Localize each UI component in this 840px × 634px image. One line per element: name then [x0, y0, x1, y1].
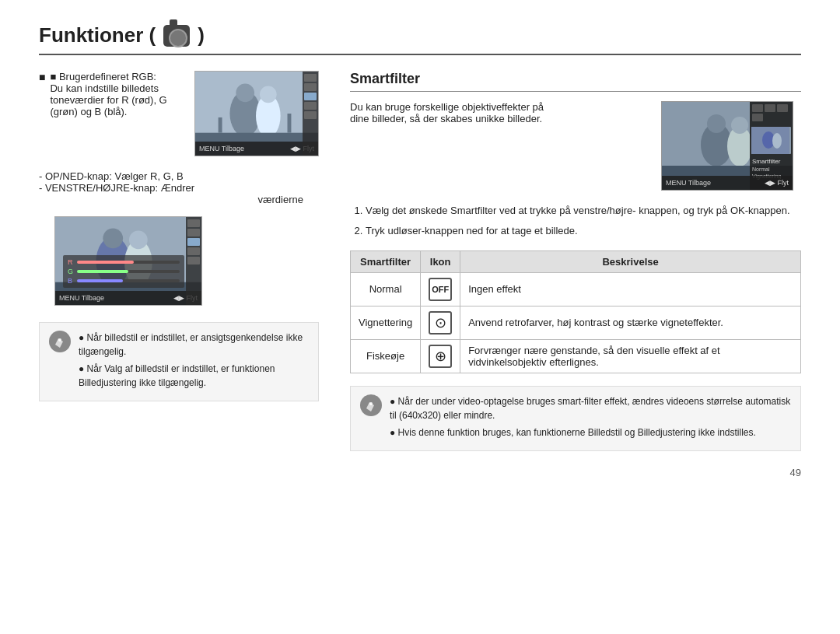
- pencil-icon2: [363, 398, 379, 413]
- panel-thumb: [751, 127, 789, 154]
- svg-point-18: [707, 114, 726, 133]
- pencil-icon: [52, 334, 68, 349]
- table-col3: Beskrivelse: [460, 250, 801, 272]
- icon-fish: ⊕: [421, 339, 460, 373]
- slider-overlay: R G B: [63, 255, 184, 288]
- sf-image-bottom-bar: MENU Tilbage ◀▶ Flyt: [662, 176, 793, 190]
- rgb-text-block: ■ ■ Brugerdefineret RGB: Du kan indstill…: [39, 71, 182, 124]
- table-row: Vignettering ⊙ Anvend retrofarver, høj k…: [351, 306, 801, 339]
- steps-list: Vælg det ønskede Smartfilter ved at tryk…: [350, 203, 801, 240]
- svg-point-2: [236, 83, 254, 102]
- side-icons2: [186, 217, 201, 305]
- side-icons: [303, 72, 318, 156]
- menu-label: MENU Tilbage: [199, 145, 244, 152]
- svg-rect-7: [288, 114, 292, 133]
- top-image-box: MENU Tilbage ◀▶ Flyt: [194, 71, 319, 156]
- svg-point-26: [369, 402, 373, 405]
- svg-point-4: [260, 86, 277, 103]
- bullet-symbol: ■: [39, 71, 45, 117]
- svg-point-24: [772, 133, 782, 149]
- icon-vignet: ⊙: [421, 306, 460, 339]
- smartfilter-top: Du kan bruge forskellige objektiveffekte…: [350, 101, 801, 191]
- note-icon-left: [49, 331, 71, 352]
- icon-normal: OFF: [421, 272, 460, 306]
- title-text: Funktioner (: [39, 23, 156, 47]
- camera-icon: [163, 25, 190, 47]
- smartfilter-image-box: Smartfilter Normal Vignettering MENU Til…: [661, 101, 793, 191]
- note-bullet2: ● Når Valg af billedstil er indstillet, …: [79, 362, 309, 390]
- note-lines-left: ● Når billedstil er indstillet, er ansig…: [79, 331, 309, 393]
- svg-point-10: [103, 228, 123, 248]
- panel-item1: Normal: [750, 166, 793, 173]
- bottom-image: MENU Tilbage ◀▶ Flyt R: [55, 217, 201, 305]
- desc-fish: Forvrænger nære genstande, så den visuel…: [460, 339, 801, 373]
- smartfilter-title: Smartfilter: [350, 71, 801, 92]
- filter-vignet: Vignettering: [351, 306, 421, 339]
- caption-line2: - VENSTRE/HØJRE-knap: Ændrer: [39, 182, 319, 194]
- note-icon-right: [360, 394, 382, 416]
- sf-menu-label: MENU Tilbage: [666, 179, 711, 187]
- filter-normal: Normal: [351, 272, 421, 306]
- intro-line1: Du kan bruge forskellige objektiveffekte…: [350, 101, 649, 113]
- intro-line2: dine billeder, så der skabes unikke bill…: [350, 113, 649, 124]
- svg-point-20: [731, 117, 748, 134]
- top-image-bottom-bar: MENU Tilbage ◀▶ Flyt: [195, 142, 318, 156]
- left-column: ■ ■ Brugerdefineret RGB: Du kan indstill…: [39, 71, 319, 451]
- desc-normal: Ingen effekt: [460, 272, 801, 306]
- note-bullet1: ● Når billedstil er indstillet, er ansig…: [79, 331, 309, 359]
- bottom-image-box: MENU Tilbage ◀▶ Flyt R: [54, 216, 202, 306]
- normal-icon: OFF: [429, 278, 452, 301]
- top-image: MENU Tilbage ◀▶ Flyt: [195, 72, 318, 156]
- bullet-label: ■ Brugerdefineret RGB:: [50, 71, 156, 82]
- smartfilter-table: Smartfilter Ikon Beskrivelse Normal OFF …: [350, 250, 801, 373]
- smartfilter-image-area: Smartfilter Normal Vignettering MENU Til…: [661, 101, 801, 191]
- step1: Vælg det ønskede Smartfilter ved at tryk…: [366, 203, 801, 219]
- fish-icon: ⊕: [429, 345, 452, 368]
- title-suffix: ): [198, 23, 205, 47]
- left-note-block: ● Når billedstil er indstillet, er ansig…: [39, 322, 319, 401]
- table-row: Fiskeøje ⊕ Forvrænger nære genstande, så…: [351, 339, 801, 373]
- top-image-row: ■ ■ Brugerdefineret RGB: Du kan indstill…: [39, 71, 319, 156]
- bullet-block: ■ ■ Brugerdefineret RGB: Du kan indstill…: [39, 71, 182, 117]
- table-row: Normal OFF Ingen effekt: [351, 272, 801, 306]
- table-col2: Ikon: [421, 250, 460, 272]
- filter-fish: Fiskeøje: [351, 339, 421, 373]
- right-column: Smartfilter Du kan bruge forskellige obj…: [350, 71, 801, 451]
- note-lines-right: ● Når der under video-optagelse bruges s…: [390, 394, 791, 443]
- step2: Tryk udløser-knappen ned for at tage et …: [366, 223, 801, 240]
- sf-nav-label: ◀▶ Flyt: [765, 179, 789, 187]
- smartfilter-intro: Du kan bruge forskellige objektiveffekte…: [350, 101, 649, 191]
- bullet-body: Du kan indstille billedets toneværdier f…: [50, 82, 166, 117]
- right-note-block: ● Når der under video-optagelse bruges s…: [350, 386, 801, 451]
- vignet-icon: ⊙: [429, 311, 452, 335]
- table-col1: Smartfilter: [351, 250, 421, 272]
- page-title: Funktioner ( ): [39, 23, 801, 55]
- right-note1: ● Når der under video-optagelse bruges s…: [390, 394, 791, 422]
- caption-block: - OP/NED-knap: Vælger R, G, B - VENSTRE/…: [39, 170, 319, 205]
- right-note2: ● Hvis denne funktion bruges, kan funkti…: [390, 426, 791, 440]
- panel-filter-label: Smartfilter: [750, 156, 793, 166]
- svg-point-12: [129, 230, 148, 249]
- menu-label2: MENU Tilbage: [59, 294, 104, 302]
- caption-line3: værdierne: [39, 194, 319, 205]
- page-number: 49: [39, 467, 801, 478]
- desc-vignet: Anvend retrofarver, høj kontrast og stær…: [460, 306, 801, 339]
- bottom-image-bottom-bar: MENU Tilbage ◀▶ Flyt: [55, 291, 201, 305]
- svg-rect-6: [219, 117, 222, 133]
- main-layout: ■ ■ Brugerdefineret RGB: Du kan indstill…: [39, 71, 801, 451]
- caption-line1: - OP/NED-knap: Vælger R, G, B: [39, 170, 319, 182]
- svg-point-15: [58, 338, 61, 342]
